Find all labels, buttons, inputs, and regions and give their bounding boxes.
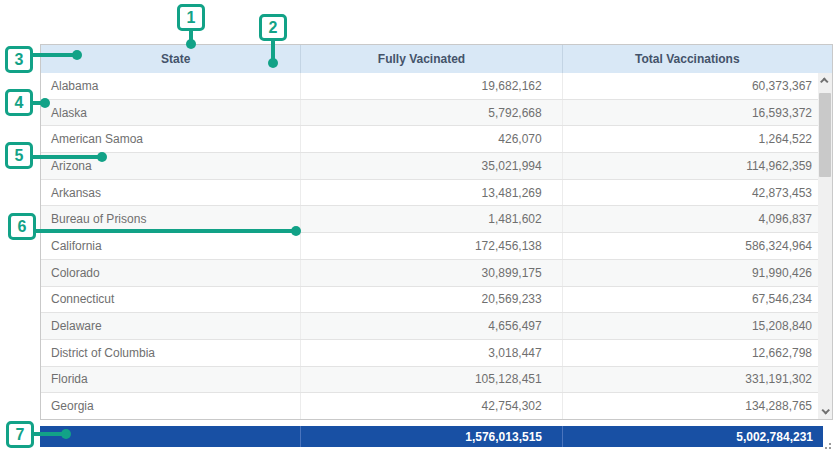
column-header-state[interactable]: State bbox=[41, 45, 301, 73]
column-header-fully-vaccinated[interactable]: Fully Vacinated bbox=[301, 45, 562, 73]
annotation-marker-6: 6 bbox=[8, 213, 36, 240]
cell-state: Alabama bbox=[41, 73, 301, 99]
cell-total-vaccinations: 42,873,453 bbox=[563, 180, 832, 206]
annotation-marker-7: 7 bbox=[6, 421, 34, 448]
cell-fully-vaccinated: 19,682,162 bbox=[301, 73, 562, 99]
annotation-marker-2: 2 bbox=[259, 14, 287, 41]
cell-total-vaccinations: 67,546,234 bbox=[563, 287, 832, 313]
scroll-up-button[interactable] bbox=[818, 73, 832, 89]
cell-total-vaccinations: 114,962,359 bbox=[563, 153, 832, 179]
annotation-dot-5 bbox=[97, 152, 107, 162]
cell-fully-vaccinated: 172,456,138 bbox=[301, 233, 562, 259]
table-row[interactable]: Florida105,128,451331,191,302 bbox=[41, 367, 832, 394]
cell-state: American Samoa bbox=[41, 126, 301, 152]
totals-total-vaccinations: 5,002,784,231 bbox=[563, 426, 823, 447]
cell-fully-vaccinated: 42,754,302 bbox=[301, 393, 562, 419]
annotation-dot-7 bbox=[61, 429, 71, 439]
totals-fully-vaccinated: 1,576,013,515 bbox=[301, 426, 563, 447]
table-row[interactable]: Delaware4,656,49715,208,840 bbox=[41, 313, 832, 340]
cell-fully-vaccinated: 4,656,497 bbox=[301, 313, 562, 339]
cell-total-vaccinations: 15,208,840 bbox=[563, 313, 832, 339]
annotation-dot-6 bbox=[291, 226, 301, 236]
annotation-stem-3 bbox=[32, 53, 76, 57]
table-row[interactable]: District of Columbia3,018,44712,662,798 bbox=[41, 340, 832, 367]
cell-fully-vaccinated: 13,481,269 bbox=[301, 180, 562, 206]
annotation-marker-1: 1 bbox=[177, 4, 205, 31]
annotation-dot-2 bbox=[268, 58, 278, 68]
vertical-scrollbar[interactable] bbox=[818, 73, 832, 419]
cell-state: Florida bbox=[41, 367, 301, 393]
annotation-dot-1 bbox=[186, 39, 196, 49]
cell-state: Georgia bbox=[41, 393, 301, 419]
cell-fully-vaccinated: 3,018,447 bbox=[301, 340, 562, 366]
cell-state: Colorado bbox=[41, 260, 301, 286]
annotation-marker-4: 4 bbox=[5, 89, 33, 116]
annotation-stem-6 bbox=[35, 229, 292, 233]
cell-fully-vaccinated: 20,569,233 bbox=[301, 287, 562, 313]
table-row[interactable]: Georgia42,754,302134,288,765 bbox=[41, 393, 832, 419]
totals-row: 1,576,013,515 5,002,784,231 bbox=[40, 426, 823, 447]
table-header-row: State Fully Vacinated Total Vaccinations bbox=[41, 45, 832, 73]
cell-fully-vaccinated: 1,481,602 bbox=[301, 206, 562, 232]
cell-fully-vaccinated: 105,128,451 bbox=[301, 367, 562, 393]
cell-state: District of Columbia bbox=[41, 340, 301, 366]
table-row[interactable]: California172,456,138586,324,964 bbox=[41, 233, 832, 260]
cell-total-vaccinations: 12,662,798 bbox=[563, 340, 832, 366]
cell-total-vaccinations: 586,324,964 bbox=[563, 233, 832, 259]
cell-state: Connecticut bbox=[41, 287, 301, 313]
scroll-down-button[interactable] bbox=[818, 403, 832, 419]
cell-fully-vaccinated: 426,070 bbox=[301, 126, 562, 152]
table-row[interactable]: Connecticut20,569,23367,546,234 bbox=[41, 287, 832, 314]
annotation-stem-7 bbox=[33, 432, 63, 436]
cell-total-vaccinations: 1,264,522 bbox=[563, 126, 832, 152]
annotation-stem-5 bbox=[32, 155, 98, 159]
totals-state-cell bbox=[40, 426, 301, 447]
cell-total-vaccinations: 331,191,302 bbox=[563, 367, 832, 393]
cell-fully-vaccinated: 30,899,175 bbox=[301, 260, 562, 286]
cell-total-vaccinations: 91,990,426 bbox=[563, 260, 832, 286]
resize-grip-icon[interactable] bbox=[823, 441, 832, 450]
cell-state: Arkansas bbox=[41, 180, 301, 206]
cell-state: California bbox=[41, 233, 301, 259]
cell-state: Delaware bbox=[41, 313, 301, 339]
table-row[interactable]: American Samoa426,0701,264,522 bbox=[41, 126, 832, 153]
annotation-dot-4 bbox=[40, 98, 50, 108]
cell-total-vaccinations: 4,096,837 bbox=[563, 206, 832, 232]
cell-total-vaccinations: 16,593,372 bbox=[563, 100, 832, 126]
annotation-marker-3: 3 bbox=[5, 46, 33, 73]
cell-state: Alaska bbox=[41, 100, 301, 126]
cell-fully-vaccinated: 35,021,994 bbox=[301, 153, 562, 179]
scrollbar-thumb[interactable] bbox=[819, 93, 831, 177]
cell-total-vaccinations: 60,373,367 bbox=[563, 73, 832, 99]
table-row[interactable]: Colorado30,899,17591,990,426 bbox=[41, 260, 832, 287]
annotation-marker-5: 5 bbox=[5, 142, 33, 169]
table-row[interactable]: Arizona35,021,994114,962,359 bbox=[41, 153, 832, 180]
chevron-up-icon bbox=[820, 77, 828, 85]
column-header-total-vaccinations[interactable]: Total Vaccinations bbox=[563, 45, 832, 73]
table-row[interactable]: Alabama19,682,16260,373,367 bbox=[41, 73, 832, 100]
table-row[interactable]: Arkansas13,481,26942,873,453 bbox=[41, 180, 832, 207]
cell-fully-vaccinated: 5,792,668 bbox=[301, 100, 562, 126]
table-body: Alabama19,682,16260,373,367Alaska5,792,6… bbox=[41, 73, 832, 419]
chevron-down-icon bbox=[821, 406, 829, 414]
cell-total-vaccinations: 134,288,765 bbox=[563, 393, 832, 419]
vaccination-table: State Fully Vacinated Total Vaccinations… bbox=[40, 44, 833, 447]
table-row[interactable]: Alaska5,792,66816,593,372 bbox=[41, 100, 832, 127]
annotation-dot-3 bbox=[72, 50, 82, 60]
